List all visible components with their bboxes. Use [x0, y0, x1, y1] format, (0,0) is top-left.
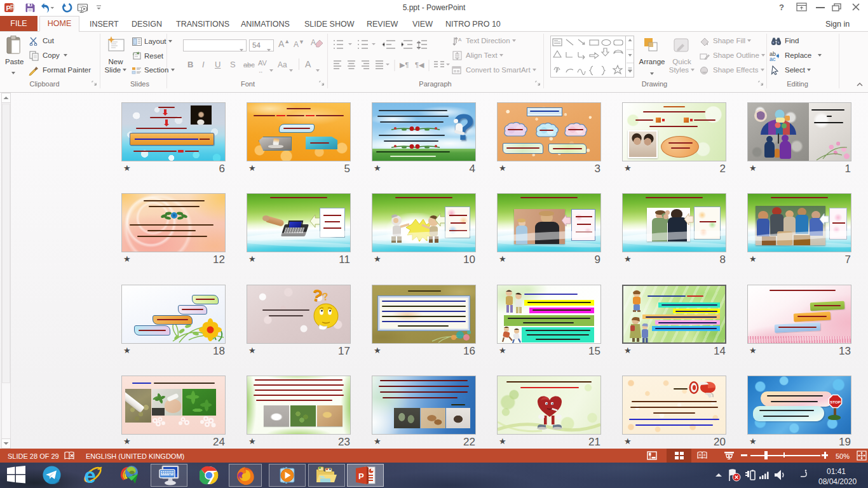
svg-text:▶¶: ▶¶ [400, 61, 409, 69]
svg-text:P: P [6, 4, 11, 12]
svg-text:P: P [358, 471, 364, 481]
svg-text:A: A [311, 38, 316, 47]
svg-text:A: A [458, 37, 462, 43]
svg-text:¶◀: ¶◀ [415, 61, 424, 69]
svg-text:e: e [85, 464, 96, 487]
svg-text:STOP: STOP [830, 400, 841, 404]
svg-text:ac: ac [770, 56, 776, 62]
